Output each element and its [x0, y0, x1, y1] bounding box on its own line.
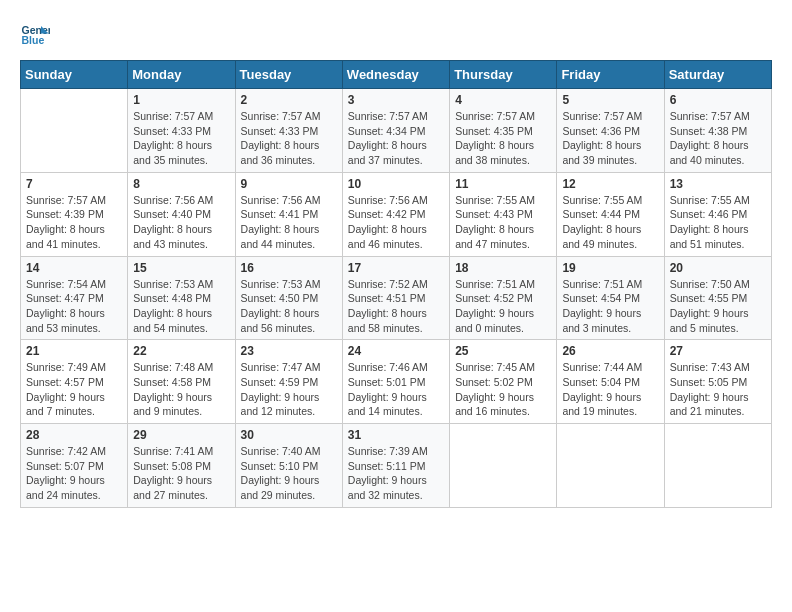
- calendar-cell: 29Sunrise: 7:41 AMSunset: 5:08 PMDayligh…: [128, 424, 235, 508]
- day-number: 14: [26, 261, 122, 275]
- calendar-cell: 30Sunrise: 7:40 AMSunset: 5:10 PMDayligh…: [235, 424, 342, 508]
- day-header-sunday: Sunday: [21, 61, 128, 89]
- day-number: 12: [562, 177, 658, 191]
- calendar-week-1: 1Sunrise: 7:57 AMSunset: 4:33 PMDaylight…: [21, 89, 772, 173]
- day-number: 29: [133, 428, 229, 442]
- day-header-monday: Monday: [128, 61, 235, 89]
- day-info: Sunrise: 7:42 AMSunset: 5:07 PMDaylight:…: [26, 444, 122, 503]
- calendar-cell: 4Sunrise: 7:57 AMSunset: 4:35 PMDaylight…: [450, 89, 557, 173]
- day-header-wednesday: Wednesday: [342, 61, 449, 89]
- day-info: Sunrise: 7:56 AMSunset: 4:42 PMDaylight:…: [348, 193, 444, 252]
- day-number: 22: [133, 344, 229, 358]
- day-header-saturday: Saturday: [664, 61, 771, 89]
- day-info: Sunrise: 7:43 AMSunset: 5:05 PMDaylight:…: [670, 360, 766, 419]
- day-info: Sunrise: 7:40 AMSunset: 5:10 PMDaylight:…: [241, 444, 337, 503]
- calendar-cell: 26Sunrise: 7:44 AMSunset: 5:04 PMDayligh…: [557, 340, 664, 424]
- calendar-cell: 15Sunrise: 7:53 AMSunset: 4:48 PMDayligh…: [128, 256, 235, 340]
- day-info: Sunrise: 7:52 AMSunset: 4:51 PMDaylight:…: [348, 277, 444, 336]
- calendar-cell: 22Sunrise: 7:48 AMSunset: 4:58 PMDayligh…: [128, 340, 235, 424]
- calendar-cell: 9Sunrise: 7:56 AMSunset: 4:41 PMDaylight…: [235, 172, 342, 256]
- calendar-week-3: 14Sunrise: 7:54 AMSunset: 4:47 PMDayligh…: [21, 256, 772, 340]
- calendar-cell: 27Sunrise: 7:43 AMSunset: 5:05 PMDayligh…: [664, 340, 771, 424]
- page-header: General Blue: [20, 20, 772, 50]
- day-header-tuesday: Tuesday: [235, 61, 342, 89]
- calendar-header-row: SundayMondayTuesdayWednesdayThursdayFrid…: [21, 61, 772, 89]
- day-info: Sunrise: 7:46 AMSunset: 5:01 PMDaylight:…: [348, 360, 444, 419]
- calendar-cell: [21, 89, 128, 173]
- day-number: 15: [133, 261, 229, 275]
- day-number: 4: [455, 93, 551, 107]
- calendar-week-5: 28Sunrise: 7:42 AMSunset: 5:07 PMDayligh…: [21, 424, 772, 508]
- calendar-cell: 7Sunrise: 7:57 AMSunset: 4:39 PMDaylight…: [21, 172, 128, 256]
- day-number: 16: [241, 261, 337, 275]
- calendar-cell: [664, 424, 771, 508]
- day-info: Sunrise: 7:51 AMSunset: 4:54 PMDaylight:…: [562, 277, 658, 336]
- day-info: Sunrise: 7:57 AMSunset: 4:39 PMDaylight:…: [26, 193, 122, 252]
- day-number: 27: [670, 344, 766, 358]
- calendar-cell: [557, 424, 664, 508]
- day-number: 23: [241, 344, 337, 358]
- calendar-cell: 1Sunrise: 7:57 AMSunset: 4:33 PMDaylight…: [128, 89, 235, 173]
- calendar-cell: 8Sunrise: 7:56 AMSunset: 4:40 PMDaylight…: [128, 172, 235, 256]
- logo: General Blue: [20, 20, 50, 50]
- day-info: Sunrise: 7:50 AMSunset: 4:55 PMDaylight:…: [670, 277, 766, 336]
- day-number: 30: [241, 428, 337, 442]
- day-number: 21: [26, 344, 122, 358]
- calendar-cell: 23Sunrise: 7:47 AMSunset: 4:59 PMDayligh…: [235, 340, 342, 424]
- day-number: 11: [455, 177, 551, 191]
- day-number: 31: [348, 428, 444, 442]
- calendar-week-2: 7Sunrise: 7:57 AMSunset: 4:39 PMDaylight…: [21, 172, 772, 256]
- day-info: Sunrise: 7:51 AMSunset: 4:52 PMDaylight:…: [455, 277, 551, 336]
- calendar-cell: 18Sunrise: 7:51 AMSunset: 4:52 PMDayligh…: [450, 256, 557, 340]
- day-info: Sunrise: 7:39 AMSunset: 5:11 PMDaylight:…: [348, 444, 444, 503]
- day-number: 1: [133, 93, 229, 107]
- calendar-cell: 3Sunrise: 7:57 AMSunset: 4:34 PMDaylight…: [342, 89, 449, 173]
- day-number: 19: [562, 261, 658, 275]
- day-info: Sunrise: 7:57 AMSunset: 4:36 PMDaylight:…: [562, 109, 658, 168]
- day-info: Sunrise: 7:57 AMSunset: 4:35 PMDaylight:…: [455, 109, 551, 168]
- day-info: Sunrise: 7:56 AMSunset: 4:40 PMDaylight:…: [133, 193, 229, 252]
- calendar-table: SundayMondayTuesdayWednesdayThursdayFrid…: [20, 60, 772, 508]
- calendar-cell: 2Sunrise: 7:57 AMSunset: 4:33 PMDaylight…: [235, 89, 342, 173]
- day-header-thursday: Thursday: [450, 61, 557, 89]
- day-number: 8: [133, 177, 229, 191]
- day-info: Sunrise: 7:55 AMSunset: 4:46 PMDaylight:…: [670, 193, 766, 252]
- calendar-cell: 13Sunrise: 7:55 AMSunset: 4:46 PMDayligh…: [664, 172, 771, 256]
- day-info: Sunrise: 7:54 AMSunset: 4:47 PMDaylight:…: [26, 277, 122, 336]
- calendar-cell: 24Sunrise: 7:46 AMSunset: 5:01 PMDayligh…: [342, 340, 449, 424]
- day-info: Sunrise: 7:47 AMSunset: 4:59 PMDaylight:…: [241, 360, 337, 419]
- day-info: Sunrise: 7:57 AMSunset: 4:33 PMDaylight:…: [241, 109, 337, 168]
- day-header-friday: Friday: [557, 61, 664, 89]
- day-number: 18: [455, 261, 551, 275]
- day-number: 9: [241, 177, 337, 191]
- calendar-cell: 25Sunrise: 7:45 AMSunset: 5:02 PMDayligh…: [450, 340, 557, 424]
- calendar-cell: 11Sunrise: 7:55 AMSunset: 4:43 PMDayligh…: [450, 172, 557, 256]
- day-number: 3: [348, 93, 444, 107]
- calendar-cell: 28Sunrise: 7:42 AMSunset: 5:07 PMDayligh…: [21, 424, 128, 508]
- day-number: 6: [670, 93, 766, 107]
- day-info: Sunrise: 7:53 AMSunset: 4:50 PMDaylight:…: [241, 277, 337, 336]
- calendar-cell: [450, 424, 557, 508]
- logo-icon: General Blue: [20, 20, 50, 50]
- day-info: Sunrise: 7:45 AMSunset: 5:02 PMDaylight:…: [455, 360, 551, 419]
- day-info: Sunrise: 7:56 AMSunset: 4:41 PMDaylight:…: [241, 193, 337, 252]
- calendar-cell: 16Sunrise: 7:53 AMSunset: 4:50 PMDayligh…: [235, 256, 342, 340]
- day-info: Sunrise: 7:57 AMSunset: 4:34 PMDaylight:…: [348, 109, 444, 168]
- day-number: 26: [562, 344, 658, 358]
- calendar-week-4: 21Sunrise: 7:49 AMSunset: 4:57 PMDayligh…: [21, 340, 772, 424]
- day-info: Sunrise: 7:41 AMSunset: 5:08 PMDaylight:…: [133, 444, 229, 503]
- day-number: 24: [348, 344, 444, 358]
- calendar-cell: 6Sunrise: 7:57 AMSunset: 4:38 PMDaylight…: [664, 89, 771, 173]
- calendar-cell: 19Sunrise: 7:51 AMSunset: 4:54 PMDayligh…: [557, 256, 664, 340]
- day-number: 17: [348, 261, 444, 275]
- day-number: 10: [348, 177, 444, 191]
- day-number: 28: [26, 428, 122, 442]
- day-info: Sunrise: 7:55 AMSunset: 4:44 PMDaylight:…: [562, 193, 658, 252]
- day-number: 13: [670, 177, 766, 191]
- calendar-cell: 10Sunrise: 7:56 AMSunset: 4:42 PMDayligh…: [342, 172, 449, 256]
- calendar-cell: 31Sunrise: 7:39 AMSunset: 5:11 PMDayligh…: [342, 424, 449, 508]
- day-info: Sunrise: 7:44 AMSunset: 5:04 PMDaylight:…: [562, 360, 658, 419]
- day-info: Sunrise: 7:55 AMSunset: 4:43 PMDaylight:…: [455, 193, 551, 252]
- day-info: Sunrise: 7:53 AMSunset: 4:48 PMDaylight:…: [133, 277, 229, 336]
- day-info: Sunrise: 7:49 AMSunset: 4:57 PMDaylight:…: [26, 360, 122, 419]
